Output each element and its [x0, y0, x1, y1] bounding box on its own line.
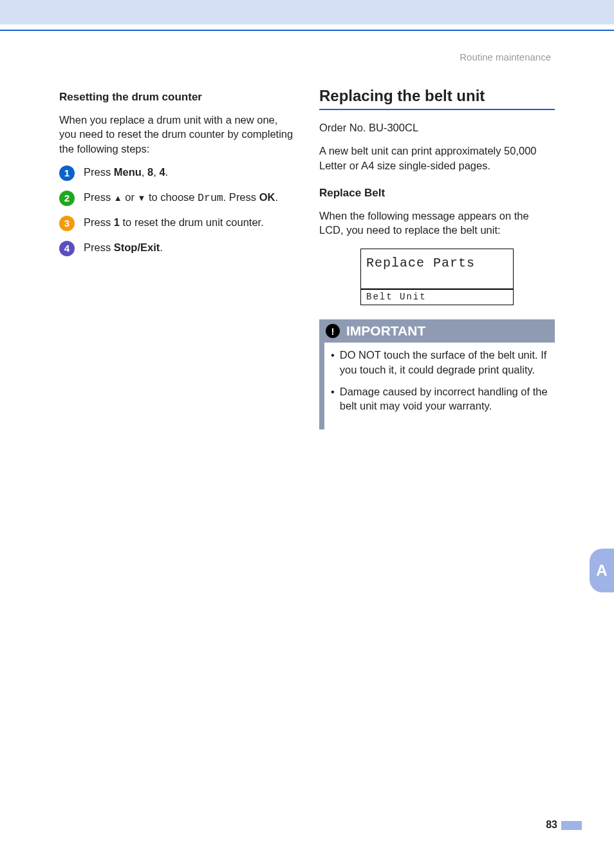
section-tab: A	[590, 549, 614, 592]
stop-exit-key: Stop/Exit	[114, 241, 160, 253]
key-8: 8	[147, 166, 153, 178]
text: ,	[142, 166, 147, 178]
step-bullet-3: 3	[59, 216, 75, 231]
right-column: Replacing the belt unit Order No. BU-300…	[319, 87, 555, 429]
text: Damage caused by incorrect handling of t…	[340, 384, 548, 413]
left-column: Resetting the drum counter When you repl…	[59, 87, 295, 429]
step-list: 1 Press Menu, 8, 4. 2 Press ▲ or ▼ to ch…	[59, 165, 295, 256]
left-intro: When you replace a drum unit with a new …	[59, 113, 295, 156]
step-bullet-1: 1	[59, 165, 75, 181]
step-3-text: Press 1 to reset the drum unit counter.	[84, 215, 264, 229]
key-1: 1	[114, 216, 120, 228]
important-item: Damage caused by incorrect handling of t…	[331, 384, 548, 413]
important-header: ! IMPORTANT	[319, 319, 555, 343]
step-4-text: Press Stop/Exit.	[84, 240, 163, 254]
text: to choose	[145, 191, 198, 203]
lcd-option-drum: Drum	[198, 192, 223, 204]
lcd-display: Replace Parts Belt Unit	[319, 249, 555, 305]
text: Press	[84, 191, 114, 203]
left-title: Resetting the drum counter	[59, 91, 295, 104]
down-arrow-icon: ▼	[137, 193, 145, 203]
exclamation-icon: !	[326, 324, 340, 338]
belt-desc: A new belt unit can print approximately …	[319, 144, 555, 173]
page-number-accent	[561, 821, 582, 830]
step-4: 4 Press Stop/Exit.	[59, 240, 295, 256]
text: .	[275, 191, 278, 203]
step-1: 1 Press Menu, 8, 4.	[59, 165, 295, 181]
replace-belt-desc: When the following message appears on th…	[319, 209, 555, 238]
text: DO NOT touch the surface of the belt uni…	[340, 348, 548, 377]
text: . Press	[223, 191, 259, 203]
lcd-line-1: Replace Parts	[361, 249, 513, 290]
up-arrow-icon: ▲	[114, 193, 122, 203]
page-top-band	[0, 0, 614, 24]
step-bullet-4: 4	[59, 241, 75, 256]
page-number: 83	[546, 819, 557, 831]
step-1-text: Press Menu, 8, 4.	[84, 165, 168, 179]
step-2-text: Press ▲ or ▼ to choose Drum. Press OK.	[84, 190, 278, 205]
important-title: IMPORTANT	[346, 323, 425, 339]
text: or	[122, 191, 138, 203]
important-item: DO NOT touch the surface of the belt uni…	[331, 348, 548, 377]
page-top-rule	[0, 30, 614, 31]
right-h2: Replacing the belt unit	[319, 87, 555, 105]
right-h2-rule	[319, 109, 555, 110]
ok-key: OK	[259, 191, 275, 203]
text: .	[160, 241, 163, 253]
text: .	[165, 166, 169, 178]
text: Press	[84, 166, 114, 178]
menu-key: Menu	[114, 166, 142, 178]
important-callout: ! IMPORTANT DO NOT touch the surface of …	[319, 319, 555, 429]
replace-belt-title: Replace Belt	[319, 187, 555, 200]
lcd-line-2: Belt Unit	[361, 290, 513, 305]
order-no: Order No. BU-300CL	[319, 120, 555, 135]
text: to reset the drum unit counter.	[120, 216, 264, 228]
lcd-frame: Replace Parts Belt Unit	[360, 249, 514, 305]
important-list: DO NOT touch the surface of the belt uni…	[324, 343, 555, 413]
step-3: 3 Press 1 to reset the drum unit counter…	[59, 215, 295, 231]
text: Press	[84, 216, 114, 228]
step-2: 2 Press ▲ or ▼ to choose Drum. Press OK.	[59, 190, 295, 206]
page-columns: Resetting the drum counter When you repl…	[59, 87, 555, 429]
text: ,	[153, 166, 159, 178]
key-4: 4	[159, 166, 165, 178]
running-header: Routine maintenance	[460, 52, 551, 62]
text: Press	[84, 241, 114, 253]
step-bullet-2: 2	[59, 191, 75, 206]
